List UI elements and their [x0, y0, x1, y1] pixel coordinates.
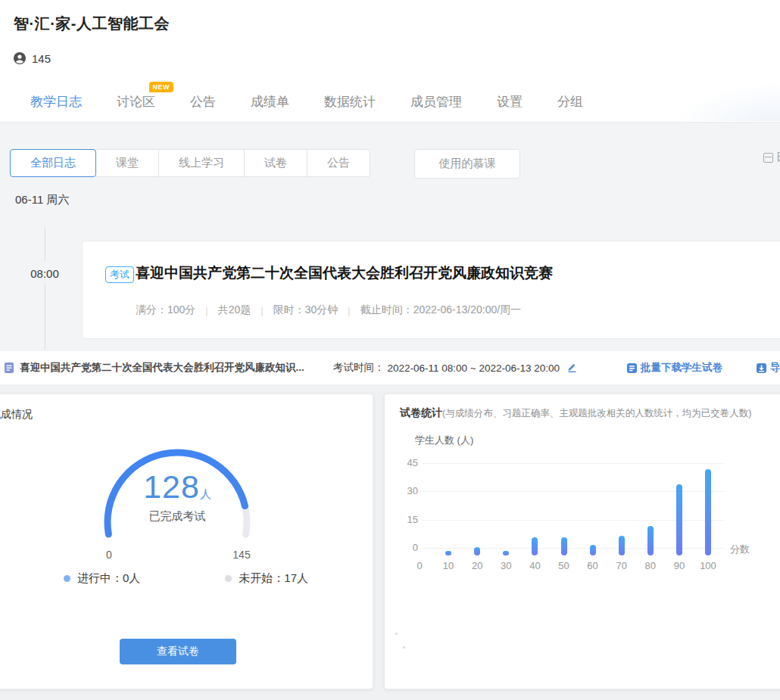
artifact-dot: [395, 633, 398, 635]
timeline-time: 08:00: [27, 267, 62, 280]
export-button[interactable]: 导出: [757, 351, 780, 384]
meta-item: 满分：100分: [136, 303, 195, 317]
chart-bar: [676, 484, 682, 555]
x-tick-label: 80: [636, 560, 665, 571]
completion-legend: 进行中：0人未开始：17人: [64, 571, 308, 586]
chart-bar: [445, 551, 451, 555]
filter-button-4[interactable]: 试卷: [245, 149, 307, 177]
chart-bar: [619, 536, 625, 555]
tab-list: 教学日志讨论区NEW公告成绩单数据统计成员管理设置分组: [30, 82, 583, 121]
download-doc-icon: [627, 363, 637, 373]
x-tick-label: 0: [405, 560, 434, 571]
meta-item: 截止时间：2022-06-13/20:00/周一: [360, 303, 521, 317]
exam-info-bar: 喜迎中国共产党第二十次全国代表大会胜利召开党风廉政知识... 考试时间： 202…: [0, 351, 780, 384]
chart-bar: [474, 547, 480, 555]
chart-x-axis-title: 分数: [730, 543, 750, 556]
filter-button-3[interactable]: 线上学习: [159, 149, 245, 177]
new-badge: NEW: [149, 82, 174, 92]
chart-bar: [561, 537, 567, 555]
meta-separator: |: [348, 305, 350, 316]
batch-download-button[interactable]: 批量下载学生试卷: [627, 351, 722, 384]
legend-dot: [225, 575, 232, 582]
x-tick-label: 20: [463, 560, 491, 571]
batch-download-label: 批量下载学生试卷: [641, 361, 722, 375]
x-tick-label: 40: [520, 560, 549, 571]
tab-item-2[interactable]: 讨论区NEW: [117, 93, 155, 110]
chart-gridline: [423, 463, 724, 464]
y-tick-label: 0: [395, 542, 418, 554]
member-count: 145: [32, 52, 51, 65]
filter-button-1[interactable]: 全部日志: [10, 149, 96, 177]
tab-item-7[interactable]: 设置: [497, 93, 523, 110]
exam-card[interactable]: 考试 喜迎中国共产党第二十次全国代表大会胜利召开党风廉政知识竞赛 满分：100分…: [82, 241, 780, 339]
completion-title: 完成情况: [0, 408, 33, 422]
x-tick-label: 100: [694, 560, 722, 571]
completion-panel: 完成情况 128人 已完成考试 0 145 进行中：0人未开始：17人 查看试卷: [0, 394, 373, 689]
chart-bar: [532, 537, 538, 555]
tab-item-6[interactable]: 成员管理: [410, 93, 462, 110]
filter-button-5[interactable]: 公告: [307, 149, 370, 177]
gauge-caption: 已完成考试: [101, 509, 253, 524]
export-label: 导出: [770, 361, 780, 375]
x-tick-label: 30: [491, 560, 520, 571]
meta-item: 共20题: [218, 303, 251, 317]
timeline-line-bottom: [45, 284, 45, 350]
legend-dot: [64, 575, 70, 582]
exam-time: 考试时间： 2022-06-11 08:00 ~ 2022-06-13 20:0…: [333, 351, 577, 384]
filter-button-2[interactable]: 课堂: [96, 149, 159, 177]
y-tick-label: 45: [395, 457, 418, 469]
x-tick-label: 70: [607, 560, 636, 571]
gauge-value: 128人: [101, 468, 253, 506]
chart-bar: [705, 469, 711, 555]
x-tick-label: 60: [579, 560, 607, 571]
view-papers-button[interactable]: 查看试卷: [120, 639, 236, 664]
tab-item-5[interactable]: 数据统计: [324, 93, 376, 110]
tab-item-1[interactable]: 教学日志: [30, 93, 82, 110]
gauge-value-number: 128: [143, 468, 200, 505]
exam-time-label: 考试时间：: [333, 361, 385, 375]
legend-item-2: 未开始：17人: [225, 571, 308, 586]
chart-bar: [647, 526, 654, 555]
meta-separator: |: [261, 305, 263, 316]
y-tick-label: 15: [395, 514, 418, 526]
tab-item-3[interactable]: 公告: [190, 93, 216, 110]
exam-bar-title: 喜迎中国共产党第二十次全国代表大会胜利召开党风廉政知识...: [20, 351, 326, 384]
score-distribution-chart: 01530450102030405060708090100: [385, 394, 780, 690]
chart-bar: [503, 551, 509, 555]
calendar-label: 日程: [776, 151, 780, 164]
edit-time-icon[interactable]: [566, 362, 577, 375]
gauge-min-label: 0: [100, 549, 118, 561]
legend-label: 未开始：17人: [239, 571, 308, 586]
page-title: 智·汇·家-人工智能工会: [14, 14, 170, 34]
x-tick-label: 10: [434, 560, 463, 571]
exam-card-title: 喜迎中国共产党第二十次全国代表大会胜利召开党风廉政知识竞赛: [136, 263, 553, 283]
mooc-filter-button[interactable]: 使用的慕课: [414, 149, 520, 179]
gauge-value-unit: 人: [200, 487, 211, 500]
exam-doc-icon: [5, 362, 14, 376]
tab-item-4[interactable]: 成绩单: [251, 93, 289, 110]
member-count-row: 145: [13, 51, 51, 65]
meta-separator: |: [205, 305, 207, 316]
timeline-date: 06-11 周六: [15, 193, 69, 207]
members-icon: [13, 51, 27, 65]
page: { "header": { "title": "智·汇·家-人工智能工会", "…: [0, 0, 780, 700]
exam-meta: 满分：100分|共20题|限时：30分钟|截止时间：2022-06-13/20:…: [136, 303, 521, 317]
calendar-view-toggle[interactable]: 日程: [763, 151, 780, 164]
y-tick-label: 30: [395, 485, 418, 497]
gauge-max-label: 145: [222, 549, 261, 561]
exam-time-value: 2022-06-11 08:00 ~ 2022-06-13 20:00: [388, 362, 560, 374]
chart-bar: [590, 545, 596, 555]
tab-item-8[interactable]: 分组: [557, 93, 583, 110]
paper-stats-panel: 试卷统计(与成绩分布、习题正确率、主观题批改相关的人数统计，均为已交卷人数) 学…: [384, 394, 780, 689]
exam-type-badge: 考试: [105, 266, 134, 283]
filter-group: 全部日志课堂线上学习试卷公告: [11, 149, 370, 177]
legend-item-1: 进行中：0人: [64, 571, 140, 586]
export-download-icon: [757, 363, 766, 373]
timeline-line-top: [45, 227, 45, 261]
x-tick-label: 50: [550, 560, 579, 571]
x-tick-label: 90: [665, 560, 694, 571]
calendar-icon: [763, 153, 773, 163]
artifact-dot: [403, 646, 405, 649]
meta-item: 限时：30分钟: [273, 303, 339, 317]
legend-label: 进行中：0人: [77, 571, 140, 586]
